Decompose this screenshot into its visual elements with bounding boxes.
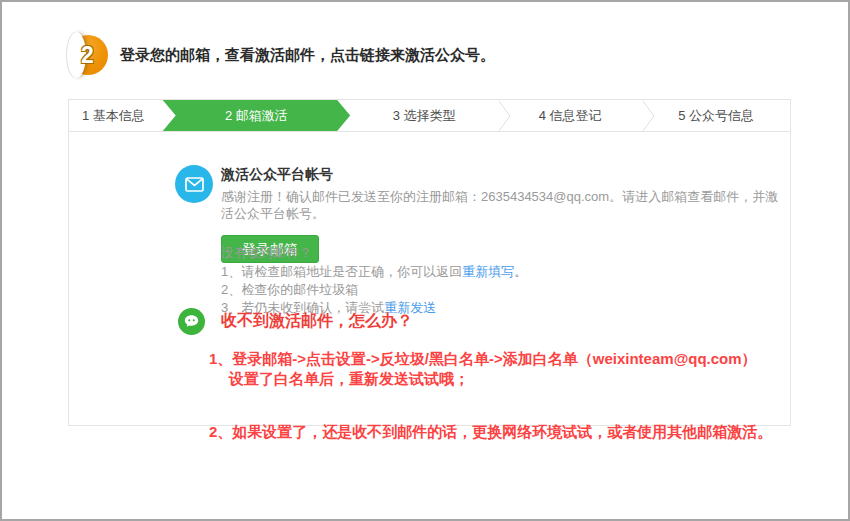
step-email-activation-active: 2 邮箱激活 xyxy=(163,100,350,131)
help-question: 收不到激活邮件，怎么办？ xyxy=(221,311,413,332)
progress-stepbar: 1 基本信息 2 邮箱激活 3 选择类型 4 信息登记 5 公众号信息 xyxy=(69,100,790,132)
help-section: 收不到激活邮件，怎么办？ xyxy=(178,308,413,335)
help-answer-1-line-2: 设置了白名单后，重新发送试试哦； xyxy=(209,369,772,389)
badge-number: 2 xyxy=(81,41,94,69)
no-mail-heading: 没有收到邮件？ xyxy=(221,244,527,262)
activation-title: 激活公众平台帐号 xyxy=(221,166,790,183)
page-title: 登录您的邮箱，查看激活邮件，点击链接来激活公众号。 xyxy=(120,46,495,65)
no-mail-item-2: 2、检查你的邮件垃圾箱 xyxy=(221,281,527,299)
no-mail-section: 没有收到邮件？ 1、请检查邮箱地址是否正确，你可以返回重新填写。 2、检查你的邮… xyxy=(221,244,527,317)
wechat-logo-icon xyxy=(178,308,205,335)
step-basic-info: 1 基本信息 xyxy=(69,100,163,131)
envelope-icon xyxy=(175,165,213,203)
activation-description: 感谢注册！确认邮件已发送至你的注册邮箱：2635434534@qq.com。请进… xyxy=(221,188,790,222)
chevron-right-icon xyxy=(642,100,655,132)
help-answer-2: 2、如果设置了，还是收不到邮件的话，更换网络环境试试，或者使用其他邮箱激活。 xyxy=(209,422,772,442)
no-mail-item-1-text: 1、请检查邮箱地址是否正确，你可以返回 xyxy=(221,264,462,279)
chevron-right-icon xyxy=(498,100,511,132)
step-account-info: 5 公众号信息 xyxy=(642,100,790,131)
step-number-badge-icon: 2 xyxy=(64,33,110,77)
panel-content: 激活公众平台帐号 感谢注册！确认邮件已发送至你的注册邮箱：2635434534@… xyxy=(69,132,790,425)
no-mail-item-1: 1、请检查邮箱地址是否正确，你可以返回重新填写。 xyxy=(221,263,527,281)
help-answers: 1、登录邮箱->点击设置->反垃圾/黑白名单->添加白名单（weixinteam… xyxy=(209,349,772,442)
step-header: 2 登录您的邮箱，查看激活邮件，点击链接来激活公众号。 xyxy=(64,33,495,77)
refill-link[interactable]: 重新填写 xyxy=(462,264,514,279)
page-frame: 2 登录您的邮箱，查看激活邮件，点击链接来激活公众号。 1 基本信息 2 邮箱激… xyxy=(0,0,850,521)
registration-panel: 1 基本信息 2 邮箱激活 3 选择类型 4 信息登记 5 公众号信息 激活公众… xyxy=(68,99,791,426)
no-mail-item-1-suffix: 。 xyxy=(514,264,527,279)
step-choose-type: 3 选择类型 xyxy=(350,100,498,131)
step-info-registration: 4 信息登记 xyxy=(498,100,642,131)
help-answer-1-line-1: 1、登录邮箱->点击设置->反垃圾/黑白名单->添加白名单（weixinteam… xyxy=(209,349,772,369)
